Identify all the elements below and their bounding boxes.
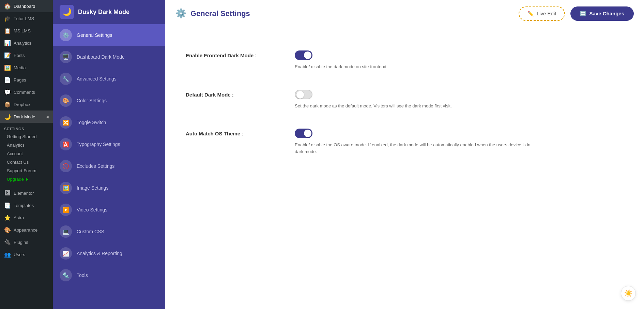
sidebar-item-comments[interactable]: 💬 Comments: [0, 86, 53, 98]
upgrade-label: Upgrade: [7, 177, 24, 182]
live-edit-button[interactable]: ✏️ Live Edit: [519, 6, 565, 21]
toggle-auto-match-os[interactable]: [295, 129, 312, 138]
templates-icon: 📑: [4, 202, 11, 209]
excludes-settings-icon: 🚫: [60, 160, 72, 172]
sidebar-item-ms-lms[interactable]: 📋 MS LMS: [0, 25, 53, 37]
sidebar-label-dark-mode: Dark Mode: [14, 114, 35, 119]
plugin-nav-advanced-settings[interactable]: 🔧 Advanced Settings: [53, 68, 165, 90]
sidebar-label-astra: Astra: [14, 215, 24, 220]
sidebar-label-dropbox: Dropbox: [14, 102, 30, 107]
sidebar-sub-account[interactable]: Account: [0, 149, 53, 158]
live-edit-icon: ✏️: [527, 11, 534, 17]
sidebar-item-elementor[interactable]: 🅴 Elementor: [0, 187, 53, 199]
plugins-icon: 🔌: [4, 239, 11, 246]
plugin-logo-icon: 🌙: [62, 8, 72, 16]
dark-mode-collapse-icon: ◀: [46, 115, 49, 119]
sidebar-item-users[interactable]: 👥 Users: [0, 248, 53, 261]
sidebar-sub-getting-started[interactable]: Getting Started: [0, 132, 53, 141]
live-edit-label: Live Edit: [537, 11, 556, 16]
plugin-nav-label-advanced-settings: Advanced Settings: [77, 76, 117, 82]
plugin-nav-label-excludes-settings: Excludes Settings: [77, 163, 114, 169]
plugin-nav-custom-css[interactable]: 💻 Custom CSS: [53, 221, 165, 242]
setting-control-auto-match-os: Enable/ disable the OS aware mode. If en…: [295, 129, 533, 155]
sidebar-item-templates[interactable]: 📑 Templates: [0, 199, 53, 211]
contact-us-label: Contact Us: [7, 160, 29, 165]
plugin-nav-excludes-settings[interactable]: 🚫 Excludes Settings: [53, 155, 165, 177]
plugin-nav-label-color-settings: Color Settings: [77, 98, 107, 103]
sidebar-item-media[interactable]: 🖼️ Media: [0, 61, 53, 74]
plugin-nav-typography-settings[interactable]: 🅰️ Typography Settings: [53, 133, 165, 155]
sidebar-label-dashboard: Dashboard: [14, 4, 35, 9]
sidebar-item-plugins[interactable]: 🔌 Plugins: [0, 236, 53, 248]
plugin-nav-color-settings[interactable]: 🎨 Color Settings: [53, 90, 165, 112]
sidebar-label-users: Users: [14, 252, 25, 257]
sidebar-item-posts[interactable]: 📝 Posts: [0, 49, 53, 61]
sidebar-item-dashboard[interactable]: 🏠 Dashboard: [0, 0, 53, 12]
tools-icon: 🔩: [60, 269, 72, 281]
toggle-thumb-auto-match-os: [304, 130, 311, 137]
posts-icon: 📝: [4, 52, 11, 59]
save-changes-button[interactable]: 🔄 Save Changes: [570, 6, 634, 21]
sidebar-item-tutor-lms[interactable]: 🎓 Tutor LMS: [0, 12, 53, 25]
plugin-nav-label-custom-css: Custom CSS: [77, 229, 104, 234]
dashboard-dark-mode-icon: 🖥️: [60, 51, 72, 63]
analytics-icon: 📊: [4, 40, 11, 46]
appearance-icon: 🎨: [4, 226, 11, 233]
plugin-nav-label-toggle-switch: Toggle Switch: [77, 120, 106, 125]
theme-toggle-button[interactable]: ☀️: [621, 286, 636, 301]
sidebar-item-dark-mode[interactable]: 🌙 Dark Mode ◀: [0, 111, 53, 123]
sidebar-label-ms-lms: MS LMS: [14, 28, 31, 33]
toggle-track-default-dark-mode: [295, 90, 312, 99]
analytics-sub-label: Analytics: [7, 143, 25, 148]
sidebar-item-appearance[interactable]: 🎨 Appearance: [0, 224, 53, 236]
settings-body: Enable Frontend Dark Mode : Enable/ disa…: [165, 27, 644, 309]
sidebar-sub-analytics[interactable]: Analytics: [0, 141, 53, 149]
header-left: ⚙️ General Settings: [175, 8, 250, 19]
plugin-nav-video-settings[interactable]: ▶️ Video Settings: [53, 199, 165, 221]
analytics-reporting-icon: 📈: [60, 247, 72, 260]
comments-icon: 💬: [4, 89, 11, 95]
sun-icon: ☀️: [624, 289, 633, 297]
header-gear-icon: ⚙️: [175, 8, 186, 19]
sidebar-item-analytics[interactable]: 📊 Analytics: [0, 37, 53, 49]
sidebar-label-templates: Templates: [14, 203, 34, 208]
dropbox-icon: 📦: [4, 101, 11, 108]
setting-desc-default-dark-mode: Set the dark mode as the default mode. V…: [295, 103, 452, 109]
plugin-nav-general-settings[interactable]: ⚙️ General Settings: [53, 24, 165, 46]
setting-row-default-dark-mode: Default Dark Mode : Set the dark mode as…: [186, 80, 624, 119]
toggle-track-auto-match-os: [295, 129, 312, 138]
dark-mode-icon: 🌙: [4, 113, 11, 120]
account-label: Account: [7, 151, 23, 156]
pages-icon: 📄: [4, 76, 11, 83]
setting-row-auto-match-os: Auto Match OS Theme : Enable/ disable th…: [186, 119, 624, 164]
sidebar-label-pages: Pages: [14, 77, 26, 83]
toggle-switch-icon: 🔀: [60, 116, 72, 129]
sidebar-item-astra[interactable]: ⭐ Astra: [0, 211, 53, 224]
plugin-nav-image-settings[interactable]: 🖼️ Image Settings: [53, 177, 165, 199]
typography-settings-icon: 🅰️: [60, 138, 72, 150]
plugin-nav-toggle-switch[interactable]: 🔀 Toggle Switch: [53, 112, 165, 133]
dashboard-icon: 🏠: [4, 3, 11, 10]
setting-desc-auto-match-os: Enable/ disable the OS aware mode. If en…: [295, 142, 533, 155]
plugin-nav-analytics-reporting[interactable]: 📈 Analytics & Reporting: [53, 242, 165, 264]
sidebar-sub-upgrade[interactable]: Upgrade: [0, 175, 53, 183]
advanced-settings-icon: 🔧: [60, 73, 72, 85]
plugin-nav-dashboard-dark-mode[interactable]: 🖥️ Dashboard Dark Mode: [53, 46, 165, 68]
setting-label-auto-match-os: Auto Match OS Theme :: [186, 129, 281, 136]
users-icon: 👥: [4, 251, 11, 258]
sidebar-label-analytics: Analytics: [14, 41, 31, 46]
sidebar-sub-support-forum[interactable]: Support Forum: [0, 166, 53, 175]
toggle-default-dark-mode[interactable]: [295, 90, 312, 99]
color-settings-icon: 🎨: [60, 94, 72, 107]
sidebar-sub-contact-us[interactable]: Contact Us: [0, 158, 53, 166]
plugin-nav-tools[interactable]: 🔩 Tools: [53, 264, 165, 286]
image-settings-icon: 🖼️: [60, 182, 72, 194]
ms-lms-icon: 📋: [4, 27, 11, 34]
toggle-enable-frontend[interactable]: [295, 50, 312, 60]
sidebar-label-media: Media: [14, 65, 26, 70]
plugin-title: Dusky Dark Mode: [78, 9, 129, 16]
sidebar-item-dropbox[interactable]: 📦 Dropbox: [0, 98, 53, 111]
sidebar-label-elementor: Elementor: [14, 191, 34, 196]
toggle-thumb-default-dark-mode: [296, 91, 304, 99]
sidebar-item-pages[interactable]: 📄 Pages: [0, 74, 53, 86]
